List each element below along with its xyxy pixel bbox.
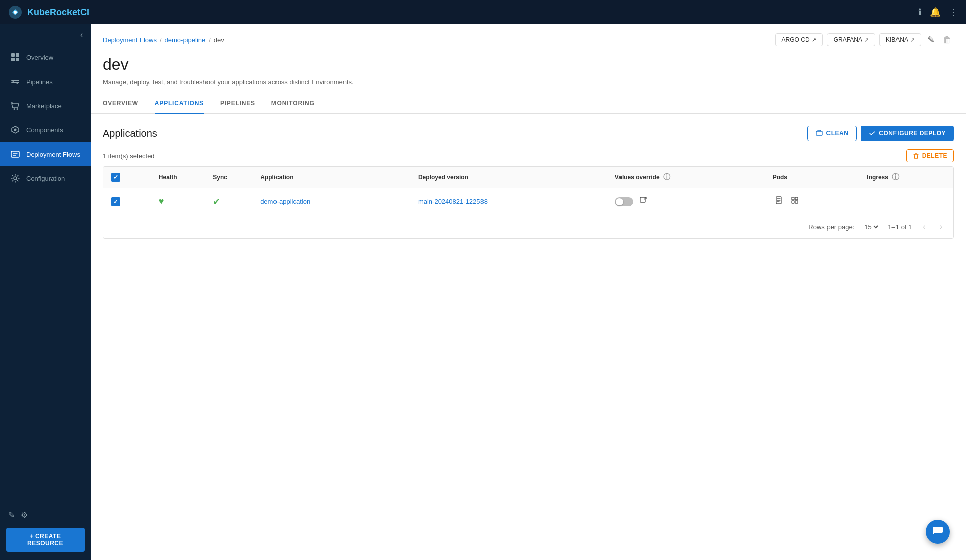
row-ingress-cell	[859, 188, 953, 216]
sidebar-label-deployment-flows: Deployment Flows	[26, 151, 80, 158]
table-row: ♥ ✔ demo-application main-20240821-12253…	[103, 188, 953, 216]
svg-rect-21	[792, 201, 794, 203]
row-checkbox[interactable]	[111, 197, 120, 206]
application-link[interactable]: demo-application	[260, 198, 310, 205]
delete-page-button[interactable]: 🗑	[941, 33, 954, 47]
pagination-next-button[interactable]: ›	[937, 221, 945, 232]
section-title: Applications	[103, 128, 157, 139]
chat-icon	[932, 526, 944, 538]
sync-icon: ✔	[213, 197, 220, 207]
pods-grid-button[interactable]	[789, 194, 801, 209]
breadcrumb: Deployment Flows / demo-pipeline / dev	[103, 36, 224, 44]
tabs-bar: OVERVIEW APPLICATIONS PIPELINES MONITORI…	[91, 94, 966, 114]
navbar-left: KubeRocketCI	[8, 5, 89, 19]
sidebar-item-components[interactable]: Components	[0, 118, 91, 142]
collapse-button[interactable]: ‹	[80, 30, 83, 39]
create-resource-button[interactable]: + CREATE RESOURCE	[6, 528, 85, 552]
applications-table: Health Sync Application Deployed version	[103, 166, 954, 239]
notifications-icon[interactable]: 🔔	[930, 7, 941, 18]
svg-point-13	[14, 129, 17, 131]
sidebar-label-configuration: Configuration	[26, 175, 65, 182]
svg-point-15	[14, 177, 17, 180]
main-layout: ‹ Overview Pip	[0, 24, 966, 560]
sidebar-item-marketplace[interactable]: Marketplace	[0, 94, 91, 118]
deployed-version-link[interactable]: main-20240821-122538	[418, 198, 488, 205]
svg-rect-17	[640, 197, 645, 202]
pagination-prev-button[interactable]: ‹	[920, 221, 928, 232]
col-header-version: Deployed version	[410, 167, 607, 188]
external-link-icon-1: ↗	[812, 37, 816, 43]
page-title: dev	[103, 55, 954, 74]
breadcrumb-sep-2: /	[209, 36, 211, 44]
svg-point-11	[17, 108, 18, 110]
sidebar-item-configuration[interactable]: Configuration	[0, 166, 91, 190]
tab-pipelines[interactable]: PIPELINES	[220, 94, 255, 114]
edit-settings-icon[interactable]: ✎	[8, 510, 15, 520]
table-body: ♥ ✔ demo-application main-20240821-12253…	[103, 188, 953, 216]
clean-button[interactable]: CLEAN	[807, 126, 857, 141]
row-application-cell: demo-application	[252, 188, 410, 216]
svg-rect-5	[16, 58, 19, 61]
table-header: Health Sync Application Deployed version	[103, 167, 953, 188]
pagination-range: 1–1 of 1	[888, 223, 912, 231]
breadcrumb-deployment-flows[interactable]: Deployment Flows	[103, 36, 157, 44]
info-icon[interactable]: ℹ	[918, 7, 922, 18]
health-icon: ♥	[159, 196, 164, 206]
col-header-application: Application	[252, 167, 410, 188]
svg-rect-19	[792, 197, 794, 200]
col-header-health: Health	[151, 167, 204, 188]
configure-deploy-button[interactable]: CONFIGURE DEPLOY	[861, 126, 954, 141]
tab-applications[interactable]: APPLICATIONS	[155, 94, 204, 114]
clean-icon	[816, 130, 823, 137]
row-pods-cell	[765, 188, 859, 216]
breadcrumb-bar: Deployment Flows / demo-pipeline / dev A…	[91, 24, 966, 51]
menu-icon[interactable]: ⋮	[949, 7, 958, 18]
breadcrumb-demo-pipeline[interactable]: demo-pipeline	[165, 36, 206, 44]
pods-doc-button[interactable]	[773, 194, 785, 209]
ingress-info-icon[interactable]: ⓘ	[892, 173, 899, 181]
settings-icon[interactable]: ⚙	[21, 510, 28, 520]
argo-cd-button[interactable]: ARGO CD ↗	[775, 33, 823, 46]
argo-cd-label: ARGO CD	[782, 36, 810, 43]
svg-point-10	[14, 108, 15, 110]
configuration-icon	[10, 173, 20, 183]
values-external-link-button[interactable]	[637, 194, 649, 209]
components-icon	[10, 125, 20, 135]
sidebar-item-deployment-flows[interactable]: Deployment Flows	[0, 142, 91, 166]
navbar: KubeRocketCI ℹ 🔔 ⋮	[0, 0, 966, 24]
external-link-icon-2: ↗	[864, 37, 869, 43]
chat-fab-button[interactable]	[926, 520, 950, 544]
section-header: Applications CLEAN CONFIGURE DEPLOY	[103, 126, 954, 141]
header-checkbox[interactable]	[111, 173, 120, 182]
col-header-ingress: Ingress ⓘ	[859, 167, 953, 188]
pagination: Rows per page: 15 25 50 1–1 of 1 ‹ ›	[103, 215, 953, 238]
applications-section: Applications CLEAN CONFIGURE DEPLOY	[91, 114, 966, 251]
grid-small-icon	[791, 196, 799, 204]
sidebar-item-overview[interactable]: Overview	[0, 45, 91, 69]
grafana-label: GRAFANA	[834, 36, 862, 43]
values-override-toggle[interactable]	[615, 197, 633, 206]
grafana-button[interactable]: GRAFANA ↗	[827, 33, 875, 46]
svg-rect-22	[795, 201, 798, 203]
kibana-label: KIBANA	[886, 36, 908, 43]
sidebar-label-components: Components	[26, 126, 63, 134]
row-sync-cell: ✔	[204, 188, 252, 216]
delete-button[interactable]: DELETE	[906, 149, 954, 162]
values-info-icon[interactable]: ⓘ	[663, 173, 670, 181]
tab-overview[interactable]: OVERVIEW	[103, 94, 139, 114]
rows-per-page-select[interactable]: 15 25 50	[862, 223, 880, 231]
doc-icon	[775, 196, 783, 204]
kibana-button[interactable]: KIBANA ↗	[879, 33, 921, 46]
tab-monitoring[interactable]: MONITORING	[271, 94, 315, 114]
svg-point-1	[14, 11, 17, 14]
page-subtitle: Manage, deploy, test, and troubleshoot y…	[103, 78, 954, 86]
sidebar-label-overview: Overview	[26, 54, 53, 61]
breadcrumb-actions: ARGO CD ↗ GRAFANA ↗ KIBANA ↗ ✎ 🗑	[775, 32, 954, 47]
row-checkbox-cell[interactable]	[103, 188, 151, 216]
sidebar-item-pipelines[interactable]: Pipelines	[0, 69, 91, 94]
selection-bar: 1 item(s) selected DELETE	[103, 149, 954, 162]
configure-deploy-icon	[869, 130, 876, 137]
row-values-cell	[607, 188, 765, 216]
edit-button[interactable]: ✎	[925, 32, 937, 47]
deployment-icon	[10, 149, 20, 159]
